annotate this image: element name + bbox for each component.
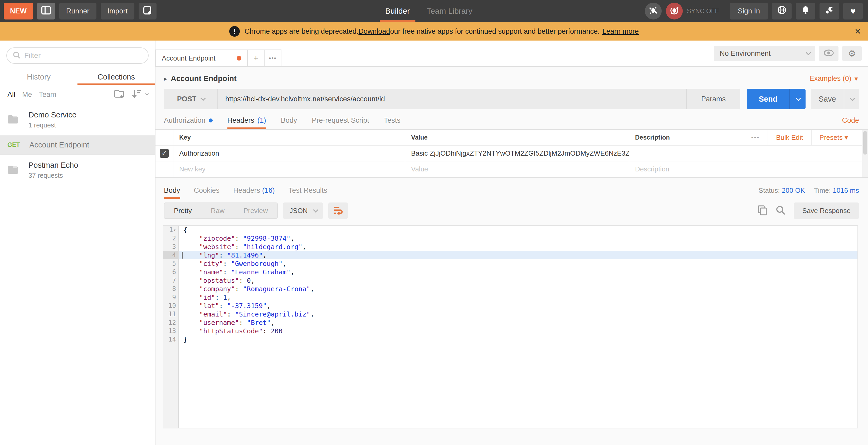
code-line-4[interactable]: 4 "lng": "81.1496", — [163, 251, 858, 260]
scrollbar-thumb[interactable] — [863, 131, 867, 155]
code-line-8[interactable]: 8 "company": "Romaguera-Crona", — [163, 285, 858, 293]
chevron-down-icon — [850, 96, 855, 101]
send-button[interactable]: Send — [747, 89, 789, 109]
environment-settings-button[interactable]: ⚙ — [842, 46, 862, 61]
new-window-button[interactable] — [138, 3, 157, 20]
save-options-button[interactable] — [844, 89, 859, 109]
new-tab-button[interactable]: + — [248, 49, 265, 66]
code-line-7[interactable]: 7 "opstatus": 0, — [163, 276, 858, 285]
response-tabs-row: Body Cookies Headers (16) Test Results S… — [155, 178, 868, 199]
sidebar-toggle-button[interactable] — [37, 3, 55, 20]
tab-builder[interactable]: Builder — [385, 0, 410, 22]
filter-input[interactable] — [24, 52, 142, 60]
save-response-button[interactable]: Save Response — [794, 203, 859, 219]
table-scrollbar[interactable] — [862, 130, 868, 177]
search-response-button[interactable] — [775, 205, 786, 216]
tab-overflow-button[interactable]: ••• — [265, 49, 281, 66]
environment-preview-button[interactable] — [819, 46, 838, 61]
new-key-input[interactable] — [179, 165, 394, 173]
code-line-13[interactable]: 13 "httpStatusCode": 200 — [163, 327, 858, 335]
learn-more-link[interactable]: Learn more — [602, 27, 639, 36]
copy-button[interactable] — [757, 205, 767, 216]
bulk-edit-link[interactable]: Bulk Edit — [768, 130, 811, 145]
tab-history[interactable]: History — [0, 69, 78, 85]
sign-in-button[interactable]: Sign In — [730, 3, 768, 20]
line-number: 1▾ — [163, 226, 179, 234]
tab-response-headers[interactable]: Headers (16) — [233, 186, 275, 199]
send-options-button[interactable] — [789, 89, 806, 109]
header-value-cell[interactable]: Basic ZjJjODhiNjgxZTY2NTYwOTM2ZGI5ZDljM2… — [405, 146, 629, 161]
new-value-input[interactable] — [411, 165, 618, 173]
header-description-cell[interactable] — [629, 146, 868, 161]
row-checkbox[interactable]: ✓ — [160, 149, 168, 158]
open-request-tab[interactable]: Account Endpoint — [155, 49, 248, 66]
code-text: } — [179, 335, 858, 344]
line-number: 7 — [163, 276, 179, 285]
download-link[interactable]: Download — [359, 27, 390, 36]
help-button[interactable] — [772, 3, 792, 20]
tab-team-library[interactable]: Team Library — [427, 0, 472, 22]
url-input[interactable] — [218, 89, 686, 109]
settings-button[interactable] — [819, 3, 839, 20]
tab-body[interactable]: Body — [281, 116, 297, 129]
tab-authorization[interactable]: Authorization — [164, 116, 213, 129]
banner-close-icon[interactable]: ✕ — [855, 27, 861, 36]
scope-me[interactable]: Me — [22, 91, 32, 99]
code-text: "httpStatusCode": 200 — [179, 327, 858, 335]
environment-select[interactable]: No Environment — [714, 46, 815, 61]
code-line-2[interactable]: 2 "zipcode": "92998-3874", — [163, 234, 858, 242]
sort-button[interactable] — [131, 89, 148, 100]
tab-test-results[interactable]: Test Results — [288, 186, 327, 199]
interceptor-button[interactable] — [645, 3, 662, 20]
response-body-viewer[interactable]: 1▾{2 "zipcode": "92998-3874",3 "website"… — [163, 225, 858, 429]
presets-dropdown[interactable]: Presets ▾ — [811, 130, 856, 145]
sort-icon — [131, 89, 143, 100]
params-button[interactable]: Params — [686, 89, 740, 109]
tab-headers[interactable]: Headers (1) — [227, 116, 266, 129]
line-number: 9 — [163, 293, 179, 302]
code-line-9[interactable]: 9 "id": 1, — [163, 293, 858, 302]
view-raw-button[interactable]: Raw — [201, 203, 234, 218]
scope-all[interactable]: All — [7, 91, 15, 99]
tab-prerequest-script[interactable]: Pre-request Script — [312, 116, 369, 129]
view-preview-button[interactable]: Preview — [234, 203, 277, 218]
format-select[interactable]: JSON — [283, 203, 323, 219]
import-button[interactable]: Import — [101, 3, 135, 20]
new-description-input[interactable] — [635, 165, 857, 173]
examples-dropdown[interactable]: Examples (0) ▼ — [809, 74, 859, 83]
fold-caret-icon[interactable]: ▾ — [174, 228, 176, 233]
view-pretty-button[interactable]: Pretty — [164, 203, 201, 218]
sync-button[interactable] — [666, 3, 683, 20]
favorites-button[interactable]: ♥ — [843, 3, 863, 20]
tab-response-cookies[interactable]: Cookies — [194, 186, 220, 199]
code-line-14[interactable]: 14} — [163, 335, 858, 344]
new-button[interactable]: NEW — [4, 3, 33, 20]
tab-tests[interactable]: Tests — [384, 116, 401, 129]
request-item-account-endpoint[interactable]: GET Account Endpoint — [0, 136, 155, 155]
save-split-button: Save — [811, 89, 859, 109]
collection-item-demo-service[interactable]: Demo Service 1 request — [0, 104, 155, 136]
code-line-6[interactable]: 6 "name": "Leanne Graham", — [163, 268, 858, 276]
save-button[interactable]: Save — [811, 89, 844, 109]
wrap-text-button[interactable] — [328, 203, 348, 219]
method-select[interactable]: POST — [164, 89, 218, 109]
collection-subtitle: 1 request — [28, 122, 76, 129]
new-collection-button[interactable] — [114, 89, 124, 100]
column-description: Description — [629, 130, 743, 145]
runner-button[interactable]: Runner — [59, 3, 96, 20]
header-key-cell[interactable]: Authorization — [173, 146, 405, 161]
code-line-3[interactable]: 3 "website": "hildegard.org", — [163, 242, 858, 251]
tab-response-body[interactable]: Body — [164, 186, 180, 199]
code-line-12[interactable]: 12 "username": "Bret", — [163, 318, 858, 327]
notifications-button[interactable] — [796, 3, 815, 20]
code-line-10[interactable]: 10 "lat": "-37.3159", — [163, 302, 858, 310]
code-link[interactable]: Code — [842, 116, 859, 129]
code-line-1[interactable]: 1▾{ — [163, 226, 858, 234]
code-line-5[interactable]: 5 "city": "Gwenborough", — [163, 260, 858, 268]
collection-item-postman-echo[interactable]: Postman Echo 37 requests — [0, 155, 155, 186]
tab-collections[interactable]: Collections — [78, 69, 155, 85]
more-options-button[interactable]: ••• — [743, 130, 768, 145]
scope-team[interactable]: Team — [39, 91, 56, 99]
collapse-caret-icon[interactable]: ▸ — [164, 75, 167, 82]
code-line-11[interactable]: 11 "email": "Sincere@april.biz", — [163, 310, 858, 318]
